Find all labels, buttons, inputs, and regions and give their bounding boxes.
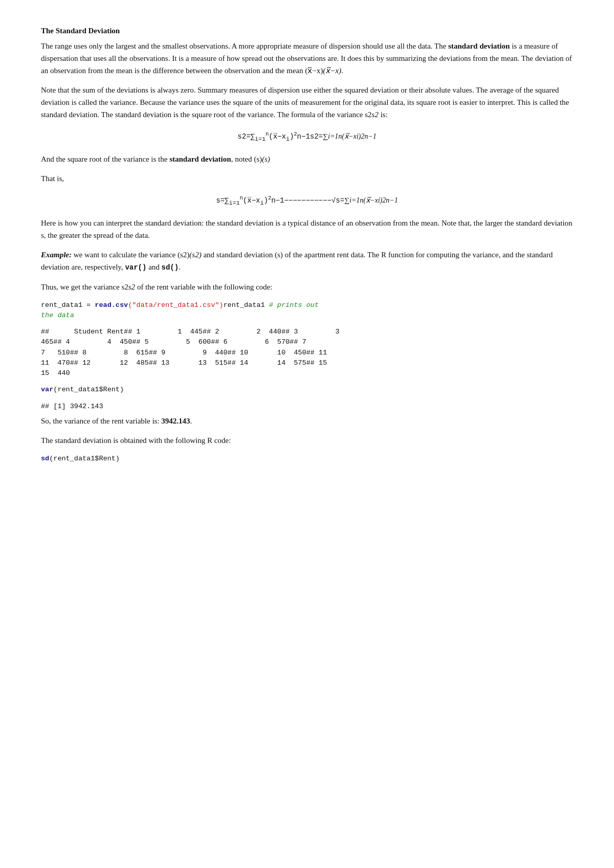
code3-text: (rent_data1$Rent): [49, 455, 120, 462]
para6-post: we want to calculate the variance (s2)(s…: [41, 251, 553, 271]
para6-and: and: [146, 263, 161, 271]
paragraph-3: And the square root of the variance is t…: [41, 153, 573, 165]
code1-arg: ("data/rent_data1.csv"): [128, 301, 223, 309]
para3-bold: standard deviation: [169, 155, 231, 163]
paragraph-1: The range uses only the largest and the …: [41, 40, 573, 77]
para8-bold: 3942.143: [161, 417, 190, 425]
para6-end: .: [179, 263, 181, 271]
para4-text: That is,: [41, 174, 64, 183]
para6-var: var(): [125, 263, 146, 272]
para2-text: Note that the sum of the deviations is a…: [41, 86, 569, 119]
paragraph-5: Here is how you can interpret the standa…: [41, 217, 573, 241]
para8-pre: So, the variance of the rent variable is…: [41, 417, 161, 425]
code-block-1: rent_data1 = read.csv("data/rent_data1.c…: [41, 300, 573, 321]
code1-eq: =: [82, 301, 95, 309]
para3-pre: And the square root of the variance is t…: [41, 155, 169, 163]
formula-1: s2=∑i=1n(x̅−xi)2n−1s2=∑i=1n(x̅−xi)2n−1: [41, 130, 573, 144]
para8-end: .: [190, 417, 192, 425]
paragraph-4: That is,: [41, 172, 573, 185]
code2-keyword: var: [41, 386, 53, 393]
formula1-text: s2=∑i=1n(x̅−xi)2n−1s2=∑i=1n(x̅−xi)2n−1: [237, 132, 376, 141]
code2-text: (rent_data1$Rent): [53, 386, 124, 393]
formula-2: s=∑i=1n(x̅−xi)2n−1−−−−−−−−−−−√s=∑i=1n(x̅…: [41, 194, 573, 208]
output-block-1: ## Student Rent## 1 1 445## 2 2 440## 3 …: [41, 327, 573, 379]
para7-pre: Thus, we get the variance s2s2 of the re…: [41, 283, 272, 291]
code1-rest: rent_data1: [223, 301, 265, 309]
formula2-text: s=∑i=1n(x̅−xi)2n−1−−−−−−−−−−−√s=∑i=1n(x̅…: [216, 196, 398, 205]
para6-italic-bold: Example:: [41, 251, 72, 259]
code1-fn: read.csv: [95, 301, 128, 309]
para5-text: Here is how you can interpret the standa…: [41, 219, 573, 239]
paragraph-8: So, the variance of the rent variable is…: [41, 415, 573, 427]
paragraph-7: Thus, we get the variance s2s2 of the re…: [41, 281, 573, 293]
page-container: The Standard Deviation The range uses on…: [41, 25, 573, 464]
para1-text: The range uses only the largest and the …: [41, 42, 448, 50]
para1-math: (x̅−x)(x̅−x).: [305, 66, 343, 75]
para3-s: (s)(s): [254, 155, 270, 163]
code-block-3: sd(rent_data1$Rent): [41, 454, 573, 464]
paragraph-6: Example: we want to calculate the varian…: [41, 249, 573, 273]
para3-post: , noted: [231, 155, 254, 163]
section-title: The Standard Deviation: [41, 25, 573, 37]
paragraph-9: The standard deviation is obtained with …: [41, 434, 573, 447]
code-block-2: var(rent_data1$Rent): [41, 385, 573, 395]
output-block-2: ## [1] 3942.143: [41, 402, 573, 412]
para1-bold: standard deviation: [448, 42, 510, 50]
code1-var: rent_data1: [41, 301, 82, 309]
code3-keyword: sd: [41, 455, 49, 462]
paragraph-2: Note that the sum of the deviations is a…: [41, 84, 573, 121]
para6-sd: sd(): [162, 263, 179, 272]
